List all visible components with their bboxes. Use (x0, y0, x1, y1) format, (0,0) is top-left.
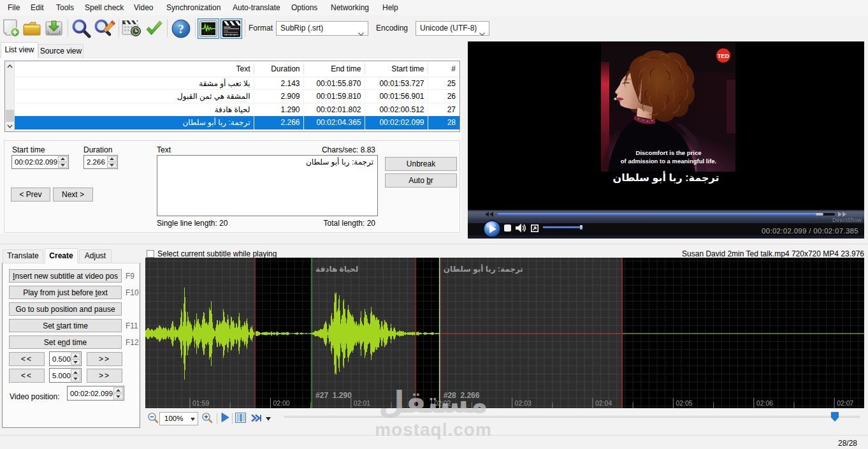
visual-sync-icon[interactable] (121, 18, 142, 38)
next-button[interactable]: Next > (53, 188, 93, 202)
stop-button[interactable] (504, 224, 511, 232)
menu-video[interactable]: Video (134, 3, 153, 12)
seek-back-large-button[interactable]: << (9, 369, 45, 383)
subtitle-row-27[interactable]: لحياة هادفة1.29000:02:01.80200:02:00.512… (15, 103, 459, 116)
menu-tools[interactable]: Tools (56, 3, 74, 12)
nudge-large-spinner[interactable]: 5.000 (49, 368, 82, 383)
button-set-end-time[interactable]: Set end time (9, 335, 122, 349)
subtitle-text-input[interactable]: ترجمة: ربا أبو سلطان (157, 155, 378, 216)
button-set-start-time[interactable]: Set start time (9, 319, 122, 332)
menu-spell-check[interactable]: Spell check (85, 3, 124, 12)
prev-button[interactable]: < Prev (11, 188, 50, 202)
unbreak-button[interactable]: Unbreak (385, 157, 457, 171)
list-view-page: TextDurationEnd timeStart time# بلا تعب … (0, 57, 461, 233)
auto-br-button[interactable]: Auto br (385, 173, 457, 188)
waveform-position-marker[interactable] (831, 412, 839, 422)
tab-adjust[interactable]: Adjust (79, 249, 112, 263)
waveform-toggle[interactable] (198, 18, 219, 39)
scroll-up-icon[interactable] (5, 61, 15, 71)
help-icon[interactable]: ? (171, 18, 191, 39)
wave-play-icon[interactable] (221, 413, 229, 422)
video-toggle[interactable] (221, 18, 242, 39)
chevron-down-icon (479, 27, 485, 41)
spin-up-icon[interactable] (113, 387, 123, 393)
spin-down-icon[interactable] (58, 163, 68, 168)
seek-bar[interactable] (497, 213, 835, 216)
volume-slider[interactable] (543, 226, 584, 228)
waveform-zoom-combo[interactable]: 100% (159, 412, 198, 425)
subtitle-row-28[interactable]: ترجمة: ربا أبو سلطان2.26600:02:04.36500:… (15, 116, 459, 129)
seek-handle[interactable] (816, 213, 823, 216)
tab-source-view[interactable]: Source view (38, 44, 83, 58)
menu-help[interactable]: Help (382, 3, 398, 12)
spin-up-icon[interactable] (71, 369, 80, 375)
single-line-length-label: Single line length: 20 (157, 219, 228, 228)
spell-check-icon[interactable] (144, 18, 164, 38)
find-icon[interactable] (71, 18, 92, 38)
waveform-zoom-in-icon[interactable] (201, 412, 213, 423)
menu-file[interactable]: File (8, 3, 20, 12)
menu-synchronization[interactable]: Synchronization (166, 3, 221, 12)
spin-down-icon[interactable] (113, 394, 123, 399)
spin-down-icon[interactable] (107, 163, 117, 168)
fullscreen-icon[interactable] (530, 224, 539, 233)
column-header-start-time[interactable]: Start time (365, 61, 428, 77)
button-go-to-sub-position-and-pause[interactable]: Go to sub position and pause (9, 302, 122, 316)
column-header-end-time[interactable]: End time (304, 61, 365, 77)
volume-icon[interactable] (515, 223, 526, 233)
waveform-zoom-out-icon[interactable] (147, 412, 159, 423)
menu-edit[interactable]: Edit (31, 3, 44, 12)
subtitle-table-scrollbar[interactable] (5, 61, 15, 131)
new-file-icon[interactable] (1, 18, 21, 38)
play-button[interactable] (483, 220, 501, 238)
column-separator (428, 116, 428, 129)
player-bottom-border (468, 235, 864, 239)
menu-auto-translate[interactable]: Auto-translate (233, 3, 280, 12)
spin-down-icon[interactable] (71, 359, 80, 365)
tab-list-view[interactable]: List view (1, 42, 38, 58)
scroll-thumb[interactable] (6, 110, 14, 122)
subtitle-row-25[interactable]: بلا تعب أو مشقة2.14300:01:55.87000:01:53… (15, 77, 459, 90)
encoding-combo[interactable]: Unicode (UTF-8) (416, 21, 489, 36)
tab-create[interactable]: Create (45, 248, 78, 263)
open-file-icon[interactable] (22, 18, 42, 38)
seek-back-small-button[interactable]: << (9, 352, 45, 366)
cell-text: لحياة هادفة (15, 103, 254, 116)
cell-text: المشقة هي ثمن القبول (15, 90, 254, 103)
spin-down-icon[interactable] (71, 376, 80, 381)
format-combo[interactable]: SubRip (.srt) (276, 21, 368, 36)
column-header--[interactable]: # (428, 61, 460, 77)
menu-networking[interactable]: Networking (331, 3, 369, 12)
seek-forward-large-button[interactable]: >> (87, 369, 122, 383)
show-columns-icon[interactable] (235, 413, 246, 423)
tab-translate[interactable]: Translate (3, 249, 43, 263)
subtitle-row-26[interactable]: المشقة هي ثمن القبول2.90900:01:59.81000:… (15, 90, 459, 103)
video-frame[interactable]: Discomfort is the price of admission to … (601, 43, 735, 172)
column-header-text[interactable]: Text (15, 61, 254, 77)
video-position-spinner[interactable]: 00:02:02.099 (67, 386, 124, 401)
rewind-icon[interactable] (485, 212, 494, 217)
playback-speed-icon[interactable] (250, 414, 272, 422)
scroll-down-icon[interactable] (5, 121, 15, 131)
start-time-spinner[interactable]: 00:02:02.099 (11, 155, 69, 169)
button-insert-new-subtitle-at-video-pos[interactable]: Insert new subtitle at video pos (9, 269, 122, 283)
button-play-from-just-before-text[interactable]: Play from just before text (9, 286, 122, 299)
nudge-small-spinner[interactable]: 0.500 (49, 351, 82, 366)
cell-duration: 1.290 (254, 103, 304, 116)
duration-spinner[interactable]: 2.266 (83, 155, 118, 169)
spin-up-icon[interactable] (58, 156, 68, 162)
cell-end: 00:01:55.870 (304, 77, 365, 90)
save-icon[interactable] (44, 18, 64, 38)
fast-forward-icon[interactable] (838, 212, 847, 217)
ruler-time-label: 02:07 (837, 399, 853, 407)
menu-options[interactable]: Options (291, 3, 317, 12)
select-current-subtitle-checkbox[interactable] (147, 250, 154, 258)
seek-forward-small-button[interactable]: >> (87, 352, 122, 366)
replace-icon[interactable] (93, 18, 115, 38)
splitter[interactable] (0, 244, 868, 244)
spin-up-icon[interactable] (107, 156, 117, 162)
volume-handle[interactable] (580, 225, 582, 230)
spin-up-icon[interactable] (71, 353, 80, 358)
separator (217, 413, 217, 424)
column-header-duration[interactable]: Duration (254, 61, 304, 77)
